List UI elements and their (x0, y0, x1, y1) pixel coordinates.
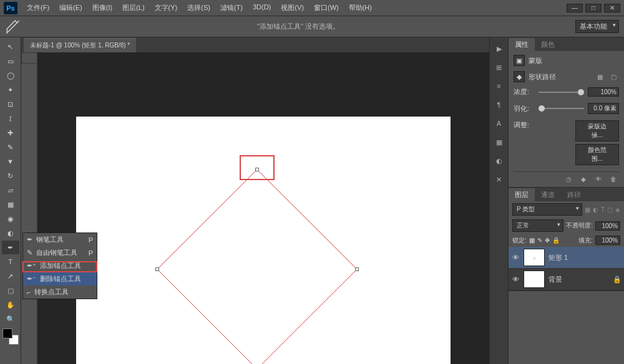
toggle-mask-icon[interactable]: 👁 (593, 175, 604, 183)
toolbox: ↖ ▭ ◯ ✦ ⊡ ⁒ ✚ ✎ ▼ ↻ ▱ ▦ ◉ ◐ ✒ T ↗ ▢ ✋ 🔍 (0, 37, 21, 364)
flyout-freeform-pen-tool[interactable]: ✎自由钢笔工具P (23, 246, 97, 259)
lasso-tool[interactable]: ◯ (2, 69, 19, 82)
color-swatches[interactable] (2, 328, 19, 345)
visibility-toggle[interactable]: 👁 (511, 254, 520, 261)
menu-window[interactable]: 窗口(W) (310, 1, 343, 14)
refine-label: 调整: (514, 120, 529, 130)
filter-type-icon[interactable]: T (601, 206, 605, 213)
delete-mask-icon[interactable]: 🗑 (608, 175, 619, 183)
menu-image[interactable]: 图像(I) (88, 1, 117, 14)
styles-icon[interactable]: ▦ (492, 135, 507, 150)
channels-tab[interactable]: 通道 (535, 188, 561, 201)
brush-tool[interactable]: ✎ (2, 140, 19, 154)
healing-tool[interactable]: ✚ (2, 126, 19, 140)
maximize-button[interactable]: □ (585, 4, 602, 12)
minimize-button[interactable]: — (567, 4, 583, 12)
pen-tool[interactable]: ✒ (2, 241, 19, 254)
load-selection-icon[interactable]: ◷ (563, 175, 574, 183)
foreground-color[interactable] (2, 328, 12, 338)
brushes-icon[interactable]: ≡ (492, 79, 507, 93)
history-icon[interactable]: ▶ (492, 41, 507, 56)
filter-smart-icon[interactable]: ◈ (615, 206, 620, 213)
path-selection-tool[interactable]: ↗ (2, 269, 19, 283)
menu-view[interactable]: 视图(V) (276, 1, 308, 14)
menu-type[interactable]: 文字(Y) (150, 1, 182, 14)
menu-file[interactable]: 文件(F) (22, 1, 54, 14)
lock-label: 锁定: (512, 236, 527, 245)
workspace-switcher[interactable]: 基本功能 (575, 20, 619, 33)
character-icon[interactable]: A (492, 116, 507, 131)
document-tab[interactable]: 未标题-1 @ 100% (矩形 1, RGB/8) * (24, 38, 136, 52)
canvas[interactable] (76, 117, 451, 364)
stamp-tool[interactable]: ▼ (2, 155, 19, 168)
paragraph-icon[interactable]: ¶ (492, 97, 507, 112)
density-value[interactable]: 100% (588, 87, 619, 97)
menu-layer[interactable]: 图层(L) (118, 1, 149, 14)
filter-shape-icon[interactable]: ▢ (607, 206, 613, 213)
flyout-delete-anchor-tool[interactable]: ✒⁻删除锚点工具 (23, 272, 97, 285)
feather-value[interactable]: 0.0 像素 (588, 103, 619, 114)
layer-filter-kind[interactable]: P 类型 (512, 203, 582, 216)
menu-select[interactable]: 选择(S) (183, 1, 215, 14)
lock-image-icon[interactable]: ✎ (537, 237, 542, 244)
mask-edge-button[interactable]: 蒙版边缘... (575, 120, 619, 141)
layer-name[interactable]: 矩形 1 (548, 253, 568, 262)
magic-wand-tool[interactable]: ✦ (2, 83, 19, 97)
menu-filter[interactable]: 滤镜(T) (216, 1, 247, 14)
color-tab[interactable]: 颜色 (535, 38, 561, 51)
menu-3d[interactable]: 3D(D) (248, 1, 275, 14)
swatches-icon[interactable]: ⊞ (492, 60, 507, 75)
hand-tool[interactable]: ✋ (2, 298, 19, 312)
close-dock-icon[interactable]: ✕ (492, 172, 507, 187)
flyout-pen-tool[interactable]: ✒钢笔工具P (23, 233, 97, 246)
fill-value[interactable]: 100% (595, 236, 620, 245)
lock-all-icon[interactable]: 🔒 (552, 237, 560, 244)
vector-mask-icon[interactable]: ▢ (608, 72, 619, 81)
marquee-tool[interactable]: ▭ (2, 54, 19, 68)
anchor-point-left[interactable] (155, 267, 159, 271)
apply-mask-icon[interactable]: ◆ (578, 175, 589, 183)
layers-tab[interactable]: 图层 (509, 188, 535, 201)
lock-transparent-icon[interactable]: ▦ (529, 237, 535, 244)
pixel-mask-icon[interactable]: ▦ (594, 72, 605, 81)
current-tool-icon[interactable] (5, 20, 21, 34)
anchor-point-right[interactable] (355, 267, 359, 271)
properties-tab[interactable]: 属性 (509, 38, 535, 51)
layer-thumb: ◇ (524, 249, 545, 266)
opacity-value[interactable]: 100% (595, 221, 620, 231)
flyout-add-anchor-tool[interactable]: ✒⁺添加锚点工具 (23, 259, 97, 272)
blur-tool[interactable]: ◉ (2, 212, 19, 226)
dodge-tool[interactable]: ◐ (2, 226, 19, 240)
paths-tab[interactable]: 路径 (561, 188, 587, 201)
history-brush-tool[interactable]: ↻ (2, 169, 19, 183)
flyout-convert-point-tool[interactable]: ⌐转换点工具 (23, 285, 97, 299)
menu-edit[interactable]: 编辑(E) (55, 1, 87, 14)
gradient-tool[interactable]: ▦ (2, 198, 19, 211)
blend-mode-dropdown[interactable]: 正常 (512, 219, 563, 232)
canvas-viewport[interactable] (37, 64, 489, 364)
type-tool[interactable]: T (2, 255, 19, 269)
layer-item[interactable]: 👁 ◇ 矩形 1 (509, 247, 624, 269)
filter-adjust-icon[interactable]: ◐ (593, 206, 598, 213)
menu-help[interactable]: 帮助(H) (344, 1, 376, 14)
zoom-tool[interactable]: 🔍 (2, 312, 19, 326)
shape-path[interactable] (76, 117, 451, 364)
options-message: "添加锚点工具" 没有选项。 (21, 22, 575, 31)
layer-name[interactable]: 背景 (548, 275, 562, 284)
crop-tool[interactable]: ⊡ (2, 97, 19, 111)
layer-item[interactable]: 👁 背景 🔒 (509, 269, 624, 290)
color-range-button[interactable]: 颜色范围... (575, 144, 619, 165)
lock-position-icon[interactable]: ✥ (545, 237, 550, 244)
shape-tool[interactable]: ▢ (2, 284, 19, 297)
density-slider[interactable] (539, 92, 584, 93)
eraser-tool[interactable]: ▱ (2, 183, 19, 197)
mask-icon: ▣ (514, 55, 525, 66)
eyedropper-tool[interactable]: ⁒ (2, 112, 19, 125)
filter-pixel-icon[interactable]: ▦ (585, 206, 590, 213)
adjustments-icon[interactable]: ◐ (492, 153, 507, 168)
move-tool[interactable]: ↖ (2, 40, 19, 54)
visibility-toggle[interactable]: 👁 (511, 275, 520, 283)
feather-slider[interactable] (539, 108, 584, 109)
layer-thumb (524, 271, 545, 288)
close-button[interactable]: ✕ (604, 4, 620, 12)
